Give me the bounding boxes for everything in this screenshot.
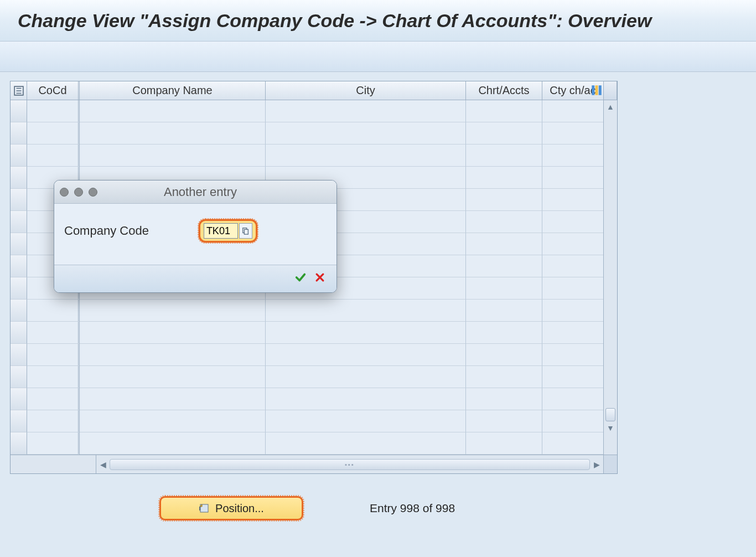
close-dot-icon[interactable]	[60, 188, 69, 197]
cell-chrt-accts[interactable]	[466, 388, 542, 410]
column-header-city[interactable]: City	[266, 81, 466, 100]
row-selector[interactable]	[11, 322, 27, 344]
cell-company-name[interactable]	[80, 366, 266, 388]
cell-cocd[interactable]	[27, 344, 80, 366]
table-row[interactable]	[11, 344, 603, 366]
column-header-cty-chac[interactable]: Cty ch/ac	[542, 81, 603, 100]
cell-cty-chac[interactable]	[542, 167, 603, 189]
table-row[interactable]	[11, 122, 603, 145]
row-selector[interactable]	[11, 277, 27, 300]
cell-chrt-accts[interactable]	[466, 344, 542, 366]
row-selector[interactable]	[11, 189, 27, 211]
cell-chrt-accts[interactable]	[466, 366, 542, 388]
table-row[interactable]	[11, 388, 603, 410]
dialog-title-bar[interactable]: Another entry	[54, 180, 336, 204]
cell-company-name[interactable]	[80, 300, 266, 322]
select-all-header[interactable]	[11, 81, 27, 100]
minimize-dot-icon[interactable]	[74, 188, 83, 197]
table-settings-icon[interactable]	[591, 85, 602, 96]
cell-chrt-accts[interactable]	[466, 432, 542, 455]
row-selector[interactable]	[11, 100, 27, 122]
cell-cocd[interactable]	[27, 388, 80, 410]
cell-cty-chac[interactable]	[542, 277, 603, 300]
cell-city[interactable]	[266, 300, 466, 322]
column-header-cocd[interactable]: CoCd	[27, 81, 80, 100]
zoom-dot-icon[interactable]	[89, 188, 97, 197]
cell-city[interactable]	[266, 366, 466, 388]
cell-cocd[interactable]	[27, 300, 80, 322]
row-selector[interactable]	[11, 410, 27, 432]
cell-cty-chac[interactable]	[542, 388, 603, 410]
table-row[interactable]	[11, 410, 603, 432]
row-selector[interactable]	[11, 432, 27, 455]
table-row[interactable]	[11, 145, 603, 167]
cell-cocd[interactable]	[27, 366, 80, 388]
table-row[interactable]	[11, 322, 603, 344]
cell-company-name[interactable]	[80, 322, 266, 344]
table-row[interactable]	[11, 366, 603, 388]
scroll-down-icon[interactable]: ▼	[606, 424, 615, 432]
cell-chrt-accts[interactable]	[466, 255, 542, 277]
cell-city[interactable]	[266, 388, 466, 410]
cell-chrt-accts[interactable]	[466, 211, 542, 233]
confirm-button[interactable]	[294, 271, 307, 287]
cell-cty-chac[interactable]	[542, 189, 603, 211]
row-selector[interactable]	[11, 167, 27, 189]
cancel-button[interactable]	[314, 272, 325, 286]
cell-cty-chac[interactable]	[542, 233, 603, 255]
cell-chrt-accts[interactable]	[466, 300, 542, 322]
row-selector[interactable]	[11, 122, 27, 145]
cell-chrt-accts[interactable]	[466, 410, 542, 432]
cell-city[interactable]	[266, 100, 466, 122]
cell-cty-chac[interactable]	[542, 432, 603, 455]
cell-cty-chac[interactable]	[542, 100, 603, 122]
row-selector[interactable]	[11, 255, 27, 277]
cell-cocd[interactable]	[27, 100, 80, 122]
cell-cty-chac[interactable]	[542, 344, 603, 366]
column-header-chrt-accts[interactable]: Chrt/Accts	[466, 81, 542, 100]
cell-chrt-accts[interactable]	[466, 233, 542, 255]
cell-cocd[interactable]	[27, 322, 80, 344]
cell-city[interactable]	[266, 410, 466, 432]
cell-cocd[interactable]	[27, 122, 80, 145]
cell-cocd[interactable]	[27, 432, 80, 455]
row-selector[interactable]	[11, 300, 27, 322]
cell-company-name[interactable]	[80, 145, 266, 167]
horizontal-scrollbar[interactable]: ◀ ▪▪▪ ▶	[96, 455, 603, 473]
cell-company-name[interactable]	[80, 388, 266, 410]
cell-city[interactable]	[266, 432, 466, 455]
column-header-company-name[interactable]: Company Name	[80, 81, 266, 100]
table-row[interactable]	[11, 100, 603, 122]
cell-chrt-accts[interactable]	[466, 167, 542, 189]
cell-company-name[interactable]	[80, 344, 266, 366]
row-selector[interactable]	[11, 145, 27, 167]
cell-cocd[interactable]	[27, 410, 80, 432]
row-selector[interactable]	[11, 388, 27, 410]
cell-cty-chac[interactable]	[542, 366, 603, 388]
cell-chrt-accts[interactable]	[466, 189, 542, 211]
cell-company-name[interactable]	[80, 410, 266, 432]
cell-cty-chac[interactable]	[542, 300, 603, 322]
table-row[interactable]	[11, 432, 603, 455]
table-row[interactable]	[11, 300, 603, 322]
cell-chrt-accts[interactable]	[466, 277, 542, 300]
scroll-right-icon[interactable]: ▶	[590, 460, 603, 469]
cell-cty-chac[interactable]	[542, 211, 603, 233]
cell-cty-chac[interactable]	[542, 255, 603, 277]
cell-cty-chac[interactable]	[542, 410, 603, 432]
cell-chrt-accts[interactable]	[466, 322, 542, 344]
cell-company-name[interactable]	[80, 432, 266, 455]
cell-cty-chac[interactable]	[542, 122, 603, 145]
cell-company-name[interactable]	[80, 122, 266, 145]
row-selector[interactable]	[11, 211, 27, 233]
scroll-left-icon[interactable]: ◀	[96, 460, 110, 469]
cell-city[interactable]	[266, 122, 466, 145]
cell-chrt-accts[interactable]	[466, 122, 542, 145]
cell-chrt-accts[interactable]	[466, 100, 542, 122]
row-selector[interactable]	[11, 344, 27, 366]
scroll-up-icon[interactable]: ▲	[606, 102, 615, 111]
row-selector[interactable]	[11, 366, 27, 388]
cell-cocd[interactable]	[27, 145, 80, 167]
cell-company-name[interactable]	[80, 100, 266, 122]
cell-cty-chac[interactable]	[542, 145, 603, 167]
